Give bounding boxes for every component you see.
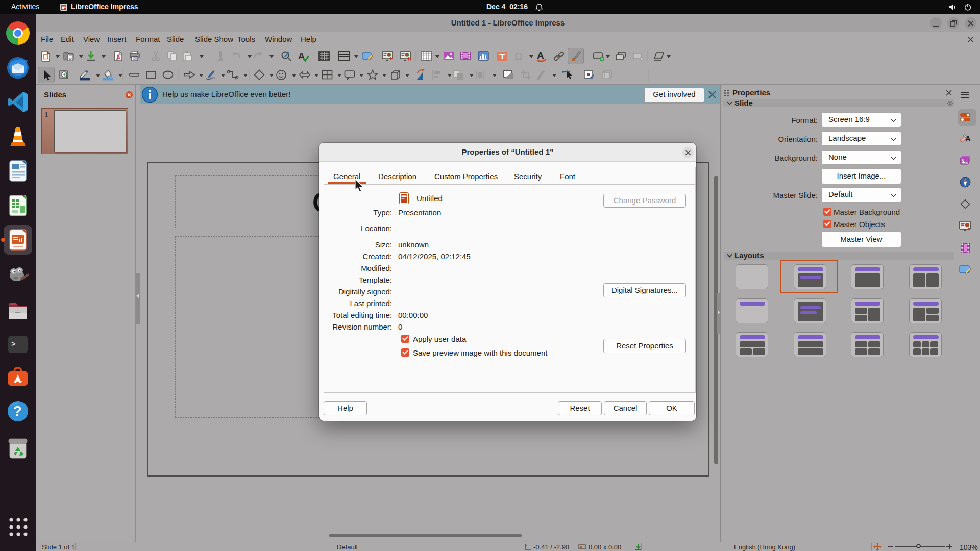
svg-text:?: ?: [13, 404, 22, 419]
svg-text:A: A: [537, 50, 544, 61]
svg-text:Ω: Ω: [514, 50, 523, 62]
svg-text:>_: >_: [11, 340, 20, 348]
svg-text:A: A: [965, 134, 971, 143]
